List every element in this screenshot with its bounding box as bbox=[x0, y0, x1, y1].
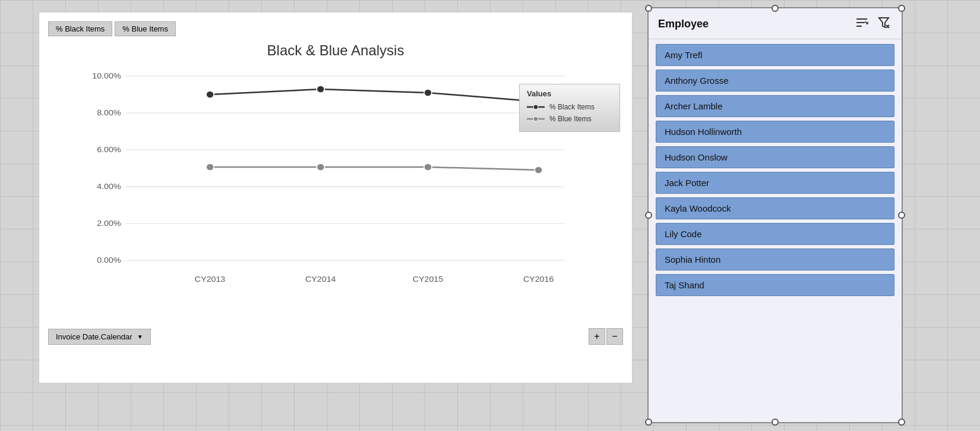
handle-middle-right[interactable] bbox=[898, 212, 905, 219]
date-dropdown-label: Invoice Date.Calendar bbox=[56, 332, 132, 341]
employee-list: Amy Trefl Anthony Grosse Archer Lamble H… bbox=[649, 39, 902, 301]
svg-point-25 bbox=[533, 105, 538, 109]
handle-bottom-center[interactable] bbox=[772, 419, 779, 426]
handle-top-center[interactable] bbox=[772, 5, 779, 12]
svg-point-21 bbox=[317, 163, 324, 171]
legend-box: Values % Black Items % Blue Ite bbox=[519, 84, 620, 132]
svg-text:8.00%: 8.00% bbox=[97, 109, 121, 117]
zoom-minus-button[interactable]: − bbox=[606, 328, 623, 345]
handle-bottom-right[interactable] bbox=[898, 419, 905, 426]
zoom-controls: + − bbox=[589, 328, 623, 345]
svg-point-27 bbox=[533, 117, 538, 121]
employee-item[interactable]: Anthony Grosse bbox=[656, 70, 894, 92]
svg-point-16 bbox=[206, 91, 214, 98]
date-dropdown[interactable]: Invoice Date.Calendar ▼ bbox=[48, 329, 151, 345]
chart-title: Black & Blue Analysis bbox=[48, 42, 623, 59]
filter-icon-button[interactable] bbox=[875, 15, 892, 33]
handle-top-left[interactable] bbox=[645, 5, 652, 12]
employee-item[interactable]: Kayla Woodcock bbox=[656, 197, 894, 219]
chart-panel: % Black Items % Blue Items Black & Blue … bbox=[39, 12, 633, 383]
svg-point-23 bbox=[535, 166, 542, 174]
tab-blue-items[interactable]: % Blue Items bbox=[115, 21, 176, 36]
svg-text:CY2016: CY2016 bbox=[523, 275, 554, 284]
employee-item[interactable]: Archer Lamble bbox=[656, 95, 894, 117]
legend-line-blue bbox=[527, 115, 545, 123]
svg-text:0.00%: 0.00% bbox=[97, 256, 121, 265]
zoom-plus-button[interactable]: + bbox=[589, 328, 605, 345]
sort-icon bbox=[855, 17, 868, 28]
filter-icons bbox=[853, 15, 892, 33]
employee-item[interactable]: Sophia Hinton bbox=[656, 248, 894, 270]
svg-text:2.00%: 2.00% bbox=[97, 219, 121, 228]
chart-footer: Invoice Date.Calendar ▼ + − bbox=[48, 328, 623, 345]
svg-text:4.00%: 4.00% bbox=[97, 183, 121, 191]
legend-label-black: % Black Items bbox=[549, 103, 595, 111]
handle-bottom-left[interactable] bbox=[645, 419, 652, 426]
filter-title: Employee bbox=[658, 18, 709, 30]
svg-text:CY2014: CY2014 bbox=[305, 275, 336, 284]
svg-text:10.00%: 10.00% bbox=[92, 72, 121, 80]
employee-item[interactable]: Hudson Onslow bbox=[656, 146, 894, 168]
svg-text:CY2015: CY2015 bbox=[413, 275, 443, 284]
dropdown-arrow-icon: ▼ bbox=[137, 334, 143, 340]
tab-black-items[interactable]: % Black Items bbox=[48, 21, 112, 36]
filter-panel: Employee bbox=[647, 7, 903, 423]
legend-line-black bbox=[527, 103, 545, 111]
svg-point-18 bbox=[424, 89, 432, 96]
chart-tabs: % Black Items % Blue Items bbox=[48, 21, 623, 36]
employee-item[interactable]: Jack Potter bbox=[656, 172, 894, 194]
legend-item-blue: % Blue Items bbox=[527, 115, 612, 123]
filter-header: Employee bbox=[649, 8, 902, 39]
svg-point-20 bbox=[206, 163, 214, 171]
svg-text:6.00%: 6.00% bbox=[97, 146, 121, 154]
main-container: % Black Items % Blue Items Black & Blue … bbox=[0, 0, 980, 431]
handle-top-right[interactable] bbox=[898, 5, 905, 12]
legend-title: Values bbox=[527, 89, 612, 98]
handle-middle-left[interactable] bbox=[645, 212, 652, 219]
svg-point-17 bbox=[317, 86, 324, 93]
legend-item-black: % Black Items bbox=[527, 103, 612, 111]
filter-icon bbox=[878, 17, 890, 29]
svg-text:CY2013: CY2013 bbox=[195, 275, 225, 284]
employee-item[interactable]: Amy Trefl bbox=[656, 44, 894, 66]
employee-item[interactable]: Hudson Hollinworth bbox=[656, 121, 894, 143]
employee-item[interactable]: Lily Code bbox=[656, 223, 894, 245]
sort-icon-button[interactable] bbox=[853, 16, 871, 32]
employee-item[interactable]: Taj Shand bbox=[656, 274, 894, 296]
legend-label-blue: % Blue Items bbox=[549, 115, 592, 123]
svg-point-22 bbox=[424, 163, 432, 171]
